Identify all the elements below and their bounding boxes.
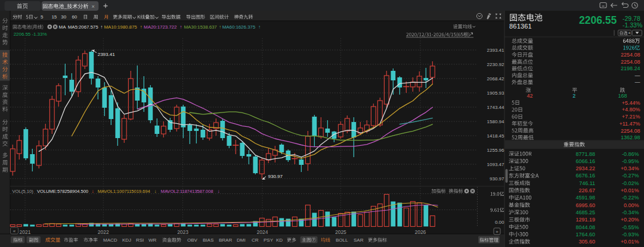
svg-text:MA20:1723.722: MA20:1723.722 [144,24,177,30]
svg-text:MAVOL1:1007115019.694: MAVOL1:1007115019.694 [98,189,151,194]
svg-text:+5.44%: +5.44% [622,100,640,106]
svg-text:-0.86%: -0.86% [622,151,639,157]
svg-text:+: + [628,30,631,36]
svg-text:1580.94: 1580.94 [487,119,504,124]
svg-text:+0.20%: +0.20% [621,217,639,223]
svg-text:MA: MA [59,24,67,30]
svg-text:2254.08: 2254.08 [621,59,640,65]
svg-text:2198.24: 2198.24 [621,65,640,71]
svg-text:8771.88: 8771.88 [575,151,595,157]
svg-text:1905.93: 1905.93 [487,90,504,96]
svg-text:930.97: 930.97 [268,174,283,179]
svg-text:↑: ↑ [258,24,261,30]
svg-text:305.60: 305.60 [578,239,595,245]
svg-text:WR: WR [148,237,157,243]
svg-text:2934.22: 2934.22 [575,165,595,171]
svg-text:-1.33%: -1.33% [623,21,642,29]
svg-text:2021: 2021 [20,229,31,235]
svg-text:-0.22%: -0.22% [622,195,639,201]
svg-text:MA5:2067.575: MA5:2067.575 [68,24,98,30]
svg-text:BIAS: BIAS [203,237,213,243]
svg-text:+0.34%: +0.34% [621,165,639,171]
svg-text:×: × [92,4,95,10]
svg-text:1093.47: 1093.47 [487,162,504,167]
svg-text:-29.78: -29.78 [623,15,640,22]
svg-text:MAVOL2:1187413587.008: MAVOL2:1187413587.008 [161,189,213,194]
svg-text:2025: 2025 [335,229,346,235]
svg-text:+0.01%: +0.01% [621,239,639,245]
svg-text:+11.47%: +11.47% [619,121,640,127]
svg-text:0.00: 0.00 [495,220,504,225]
svg-text:30: 30 [61,14,66,20]
svg-text:1362.98: 1362.98 [621,135,640,140]
svg-text:KDJ: KDJ [122,237,131,243]
svg-text:VOLUME:578258904.500: VOLUME:578258904.500 [37,189,88,194]
svg-text:2022: 2022 [98,229,109,235]
svg-text:DMI: DMI [237,237,246,243]
svg-text:PSY: PSY [264,237,274,243]
svg-text:↓: ↓ [218,189,220,194]
svg-text:↑: ↑ [140,24,143,30]
svg-text:2230.92: 2230.92 [487,62,504,67]
svg-text:MACD: MACD [103,237,117,243]
svg-text:4685.25: 4685.25 [575,210,595,215]
svg-text:OBV: OBV [187,237,198,243]
svg-text:746.11: 746.11 [579,180,595,186]
svg-text:↑: ↑ [179,24,182,30]
svg-text:BRAR: BRAR [219,237,232,243]
svg-text:168: 168 [618,93,627,99]
svg-text:1418.45: 1418.45 [487,133,504,139]
svg-text:MA60:1626.375: MA60:1626.375 [222,24,256,30]
svg-text:MA30:1538.637: MA30:1538.637 [184,24,218,30]
svg-text:—: — [635,79,640,85]
svg-text:2: 2 [572,93,575,99]
svg-text:2393.41: 2393.41 [98,52,115,57]
svg-text:↓: ↓ [154,189,157,194]
svg-text:RSI: RSI [136,237,144,243]
svg-text:»: » [496,229,499,235]
svg-text:-0.55%: -0.55% [622,224,639,230]
svg-text:930.97: 930.97 [490,176,504,182]
svg-text:226.67: 226.67 [578,187,595,193]
svg-text:-0.95%: -0.95% [622,158,639,164]
svg-text:2254.08: 2254.08 [621,52,640,58]
svg-text:—: — [635,73,640,79]
svg-text:861361: 861361 [509,23,532,30]
svg-text:2023: 2023 [177,229,188,235]
svg-text:2206.55 -1.33%: 2206.55 -1.33% [14,32,47,37]
svg-text:+4.80%: +4.80% [622,107,640,112]
svg-text:60: 60 [72,14,77,20]
svg-text:+7.21%: +7.21% [622,114,640,120]
svg-text:2393.41: 2393.41 [487,48,504,53]
svg-text:2024: 2024 [257,229,268,235]
svg-text:1764.60: 1764.60 [575,232,595,237]
svg-text:↑: ↑ [100,24,103,30]
svg-text:6995.60: 6995.60 [575,202,595,208]
svg-text:2068.42: 2068.42 [487,76,504,82]
svg-text:2026: 2026 [414,229,426,235]
svg-text:SAR: SAR [354,237,364,243]
svg-text:-0.34%: -0.34% [622,210,639,215]
svg-text:4591.98: 4591.98 [575,195,595,201]
svg-text:6066.16: 6066.16 [575,158,595,164]
svg-text:+0.01%: +0.01% [621,187,639,193]
svg-text:-0.02%: -0.02% [622,180,639,186]
svg-text:-0.93%: -0.93% [622,232,639,237]
svg-text:BOLL: BOLL [336,237,348,243]
svg-text:6676.16: 6676.16 [575,173,595,179]
svg-text:CR: CR [252,237,259,243]
svg-text:KD: KD [276,237,283,243]
svg-text:-0.27%: -0.27% [622,173,639,179]
svg-text:1291.19: 1291.19 [575,217,595,223]
svg-text:42: 42 [527,93,533,99]
svg-text:VOL(5,10): VOL(5,10) [12,189,33,194]
svg-text:2206.55: 2206.55 [579,14,617,26]
svg-text:1255.96: 1255.96 [487,148,504,153]
svg-text:↑: ↑ [219,24,221,30]
svg-text:5: 5 [41,14,44,20]
svg-text:«: « [13,229,16,234]
svg-text:1743.44: 1743.44 [487,105,504,110]
svg-text:2254.08: 2254.08 [621,128,640,134]
svg-text:8044.08: 8044.08 [575,224,595,230]
svg-text:0.00%: 0.00% [624,202,639,208]
